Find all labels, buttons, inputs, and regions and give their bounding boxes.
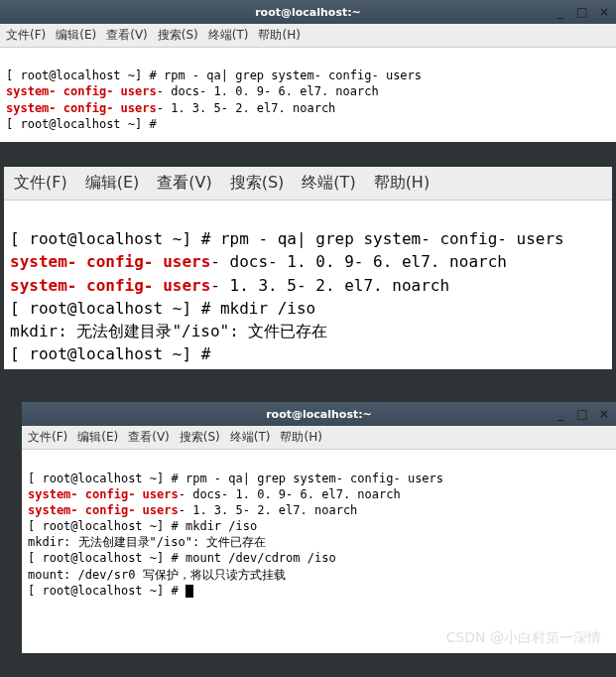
command-text: rpm - qa| grep system- config- users <box>164 68 422 82</box>
match-highlight: system- config- users <box>6 84 157 98</box>
prompt: [ root@localhost ~] # <box>28 551 185 565</box>
menu-terminal[interactable]: 终端(T) <box>230 429 271 446</box>
menu-help[interactable]: 帮助(H) <box>374 173 431 194</box>
menu-file[interactable]: 文件(F) <box>14 173 67 194</box>
terminal-window-3: root@localhost:~ _ □ × 文件(F) 编辑(E) 查看(V)… <box>22 402 616 653</box>
menu-edit[interactable]: 编辑(E) <box>56 27 96 44</box>
menu-file[interactable]: 文件(F) <box>28 429 67 446</box>
menu-view[interactable]: 查看(V) <box>157 173 211 194</box>
match-highlight: system- config- users <box>6 101 157 115</box>
maximize-icon[interactable]: □ <box>574 4 590 20</box>
minimize-icon[interactable]: _ <box>553 406 568 422</box>
menubar: 文件(F) 编辑(E) 查看(V) 搜索(S) 终端(T) 帮助(H) <box>0 24 616 48</box>
prompt: [ root@localhost ~] # <box>28 519 185 533</box>
output-text: - 1. 3. 5- 2. el7. noarch <box>157 101 336 115</box>
output-text: - docs- 1. 0. 9- 6. el7. noarch <box>157 84 379 98</box>
menu-edit[interactable]: 编辑(E) <box>85 173 140 194</box>
menu-file[interactable]: 文件(F) <box>6 27 46 44</box>
window-title: root@localhost:~ <box>255 6 361 19</box>
maximize-icon[interactable]: □ <box>574 406 590 422</box>
output-text: - docs- 1. 0. 9- 6. el7. noarch <box>210 252 507 271</box>
prompt: [ root@localhost ~] # <box>10 229 220 248</box>
match-highlight: system- config- users <box>28 487 179 501</box>
titlebar[interactable]: root@localhost:~ _ □ × <box>22 402 616 426</box>
menu-edit[interactable]: 编辑(E) <box>77 429 118 446</box>
terminal-output[interactable]: [ root@localhost ~] # rpm - qa| grep sys… <box>22 450 616 653</box>
menubar: 文件(F) 编辑(E) 查看(V) 搜索(S) 终端(T) 帮助(H) <box>22 426 616 450</box>
match-highlight: system- config- users <box>10 252 210 271</box>
cursor-icon <box>185 585 193 598</box>
command-text: rpm - qa| grep system- config- users <box>220 229 564 248</box>
output-text: mount: /dev/sr0 写保护，将以只读方式挂载 <box>28 568 286 582</box>
prompt: [ root@localhost ~] # <box>6 68 164 82</box>
menu-terminal[interactable]: 终端(T) <box>302 173 355 194</box>
match-highlight: system- config- users <box>28 503 179 517</box>
menu-search[interactable]: 搜索(S) <box>158 27 198 44</box>
prompt: [ root@localhost ~] # <box>6 117 157 131</box>
window-controls: _ □ × <box>553 4 612 20</box>
menu-view[interactable]: 查看(V) <box>128 429 170 446</box>
window-title: root@localhost:~ <box>266 408 372 421</box>
menu-help[interactable]: 帮助(H) <box>280 429 321 446</box>
menubar: 文件(F) 编辑(E) 查看(V) 搜索(S) 终端(T) 帮助(H) <box>4 167 612 201</box>
command-text: rpm - qa| grep system- config- users <box>185 472 443 485</box>
output-text: mkdir: 无法创建目录"/iso": 文件已存在 <box>10 322 328 340</box>
terminal-window-1: root@localhost:~ _ □ × 文件(F) 编辑(E) 查看(V)… <box>0 0 616 142</box>
menu-search[interactable]: 搜索(S) <box>230 173 285 194</box>
command-text: mkdir /iso <box>185 519 257 533</box>
close-icon[interactable]: × <box>596 406 612 422</box>
output-text: - docs- 1. 0. 9- 6. el7. noarch <box>179 487 401 501</box>
titlebar[interactable]: root@localhost:~ _ □ × <box>0 0 616 24</box>
menu-help[interactable]: 帮助(H) <box>258 27 300 44</box>
output-text: - 1. 3. 5- 2. el7. noarch <box>179 503 358 517</box>
prompt: [ root@localhost ~] # <box>10 299 220 318</box>
menu-search[interactable]: 搜索(S) <box>180 429 220 446</box>
match-highlight: system- config- users <box>10 276 210 295</box>
prompt: [ root@localhost ~] # <box>10 344 210 363</box>
terminal-window-2: 文件(F) 编辑(E) 查看(V) 搜索(S) 终端(T) 帮助(H) [ ro… <box>4 167 612 369</box>
menu-terminal[interactable]: 终端(T) <box>208 27 249 44</box>
menu-view[interactable]: 查看(V) <box>106 27 148 44</box>
window-controls: _ □ × <box>553 406 612 422</box>
output-text: mkdir: 无法创建目录"/iso": 文件已存在 <box>28 535 266 549</box>
terminal-output[interactable]: [ root@localhost ~] # rpm - qa| grep sys… <box>4 201 612 369</box>
command-text: mkdir /iso <box>220 299 315 318</box>
command-text: mount /dev/cdrom /iso <box>185 551 336 565</box>
output-text: - 1. 3. 5- 2. el7. noarch <box>210 276 449 295</box>
close-icon[interactable]: × <box>596 4 612 20</box>
prompt: [ root@localhost ~] # <box>28 472 185 485</box>
terminal-output[interactable]: [ root@localhost ~] # rpm - qa| grep sys… <box>0 48 616 142</box>
prompt: [ root@localhost ~] # <box>28 584 185 598</box>
minimize-icon[interactable]: _ <box>553 4 568 20</box>
